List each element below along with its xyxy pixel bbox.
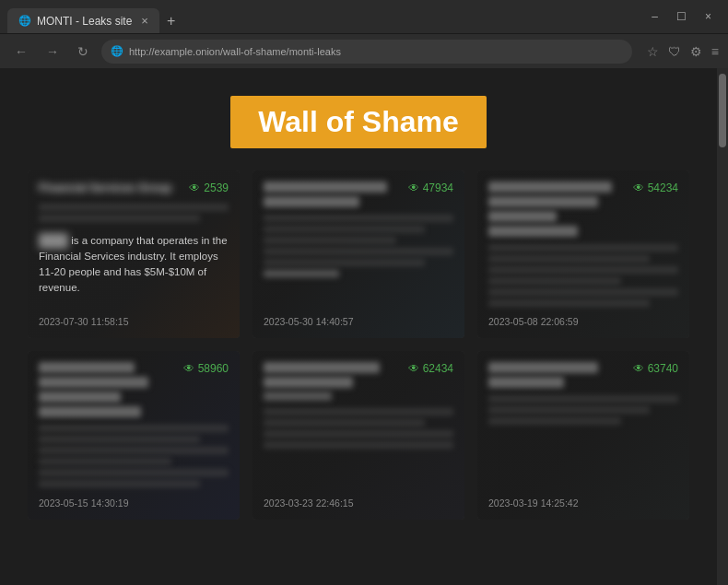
- card-4-blur-2: [39, 436, 200, 443]
- card-4-blur-5: [39, 469, 229, 476]
- card-3-blur-1: [488, 244, 678, 252]
- eye-icon-5: 👁: [408, 362, 419, 375]
- card-3-title-line2: [488, 196, 598, 207]
- active-tab[interactable]: 🌐 MONTI - Leaks site ×: [7, 8, 159, 33]
- card-6-blur-2: [488, 406, 650, 414]
- card-4-title-wrap: [39, 362, 176, 417]
- new-tab-button[interactable]: +: [159, 9, 182, 33]
- card-6-title-line2: [488, 377, 564, 388]
- leaks-card-grid: Financial Services Group 👁 2539 is a com…: [28, 170, 689, 520]
- card-6-view-count: 63740: [648, 362, 678, 375]
- card-5-header: 👁 62434: [264, 362, 453, 401]
- minimize-button[interactable]: –: [642, 8, 667, 25]
- card-4-view-count: 58960: [198, 362, 229, 375]
- card-2-view-count: 47934: [423, 181, 453, 194]
- card-4-timestamp: 2023-05-15 14:30:19: [39, 492, 229, 509]
- tab-close-button[interactable]: ×: [141, 14, 148, 28]
- card-3-blur-4: [488, 277, 621, 285]
- leak-card-5[interactable]: 👁 62434 2023-03-23 22:46:15: [252, 351, 464, 520]
- card-2-header: 👁 47934: [264, 181, 453, 207]
- card-4-views: 👁 58960: [183, 362, 229, 375]
- card-2-body: [264, 215, 453, 310]
- card-1-view-count: 2539: [204, 181, 229, 194]
- browser-action-icons: ☆ 🛡 ⚙ ≡: [647, 44, 719, 59]
- card-3-title-line3: [488, 211, 557, 222]
- card-4-blur-4: [39, 458, 171, 465]
- close-button[interactable]: ×: [696, 8, 721, 25]
- card-4-title-line1: [39, 362, 135, 373]
- card-1-description: is a company that operates in the Financ…: [39, 233, 229, 297]
- card-3-title-line1: [488, 181, 612, 193]
- leak-card-4[interactable]: 👁 58960 2023-05-15 14:30:19: [28, 351, 240, 520]
- browser-controls: ← → ↻ 🌐 http://example.onion/wall-of-sha…: [0, 33, 728, 68]
- card-2-blur-6: [264, 270, 339, 277]
- card-3-timestamp: 2023-05-08 22:06:59: [488, 310, 678, 327]
- tabs-area: 🌐 MONTI - Leaks site × +: [7, 0, 642, 33]
- leak-card-3[interactable]: 👁 54234 2023-05-08 22:06:59: [477, 170, 689, 338]
- address-text: http://example.onion/wall-of-shame/monti…: [129, 46, 623, 57]
- page-title-section: Wall of Shame: [28, 96, 689, 148]
- eye-icon-1: 👁: [189, 181, 200, 194]
- card-5-blur-4: [264, 441, 453, 449]
- card-1-blur-2: [39, 215, 200, 222]
- back-button[interactable]: ←: [9, 41, 33, 63]
- card-3-body: [488, 244, 678, 310]
- card-2-blur-5: [264, 259, 425, 266]
- leak-card-1[interactable]: Financial Services Group 👁 2539 is a com…: [28, 170, 240, 338]
- card-6-views: 👁 63740: [633, 362, 678, 375]
- address-bar[interactable]: 🌐 http://example.onion/wall-of-shame/mon…: [101, 40, 632, 64]
- card-3-views: 👁 54234: [633, 181, 678, 194]
- page-content: Wall of Shame Financial Services Group 👁…: [0, 68, 717, 585]
- eye-icon-4: 👁: [183, 362, 194, 375]
- forward-button[interactable]: →: [41, 41, 65, 63]
- card-6-title-line1: [488, 362, 598, 373]
- card-4-blur-3: [39, 447, 229, 454]
- card-2-blur-1: [264, 215, 453, 222]
- tab-title: MONTI - Leaks site: [37, 15, 132, 28]
- card-3-title-line4: [488, 226, 578, 237]
- card-3-blur-5: [488, 288, 678, 296]
- card-5-body: [264, 408, 453, 492]
- card-2-blur-3: [264, 237, 396, 244]
- card-4-title-line2: [39, 377, 148, 388]
- card-1-blur-1: [39, 204, 229, 211]
- leak-card-6[interactable]: 👁 63740 2023-03-19 14:25:42: [477, 351, 689, 520]
- card-1-body: is a company that operates in the Financ…: [39, 204, 229, 310]
- card-3-blur-2: [488, 255, 650, 263]
- card-5-blur-1: [264, 408, 453, 415]
- card-6-header: 👁 63740: [488, 362, 678, 388]
- card-5-subtitle: [264, 392, 332, 401]
- card-6-blur-3: [488, 417, 621, 425]
- scrollbar-track[interactable]: [717, 68, 728, 585]
- card-5-blur-3: [264, 430, 453, 438]
- browser-titlebar: 🌐 MONTI - Leaks site × + – ☐ ×: [0, 0, 728, 33]
- card-5-view-count: 62434: [423, 362, 453, 375]
- leak-card-2[interactable]: 👁 47934 2023-05-30 14:40:57: [252, 170, 464, 338]
- menu-icon[interactable]: ≡: [711, 44, 719, 59]
- card-5-title-line1: [264, 362, 380, 373]
- page-title: Wall of Shame: [230, 96, 487, 148]
- eye-icon-2: 👁: [408, 181, 419, 194]
- card-2-blur-2: [264, 226, 425, 233]
- content-area: Wall of Shame Financial Services Group 👁…: [0, 68, 728, 585]
- reload-button[interactable]: ↻: [72, 41, 94, 63]
- window-controls: – ☐ ×: [642, 8, 721, 25]
- card-6-title-wrap: [488, 362, 626, 388]
- extensions-icon[interactable]: ⚙: [690, 44, 702, 59]
- maximize-button[interactable]: ☐: [667, 8, 696, 25]
- card-2-blur-4: [264, 248, 453, 255]
- card-5-blur-2: [264, 419, 425, 427]
- card-6-blur-1: [488, 395, 678, 403]
- scrollbar-thumb[interactable]: [719, 74, 726, 147]
- card-2-title-line2: [264, 196, 359, 207]
- card-4-title-line4: [39, 406, 141, 417]
- shield-icon[interactable]: 🛡: [668, 44, 681, 59]
- card-4-blur-6: [39, 480, 200, 487]
- card-2-views: 👁 47934: [408, 181, 453, 194]
- card-3-header: 👁 54234: [488, 181, 678, 237]
- card-6-body: [488, 395, 678, 492]
- card-2-title-line1: [264, 181, 387, 193]
- card-6-timestamp: 2023-03-19 14:25:42: [488, 492, 678, 509]
- bookmark-icon[interactable]: ☆: [647, 44, 659, 59]
- card-1-views: 👁 2539: [189, 181, 229, 194]
